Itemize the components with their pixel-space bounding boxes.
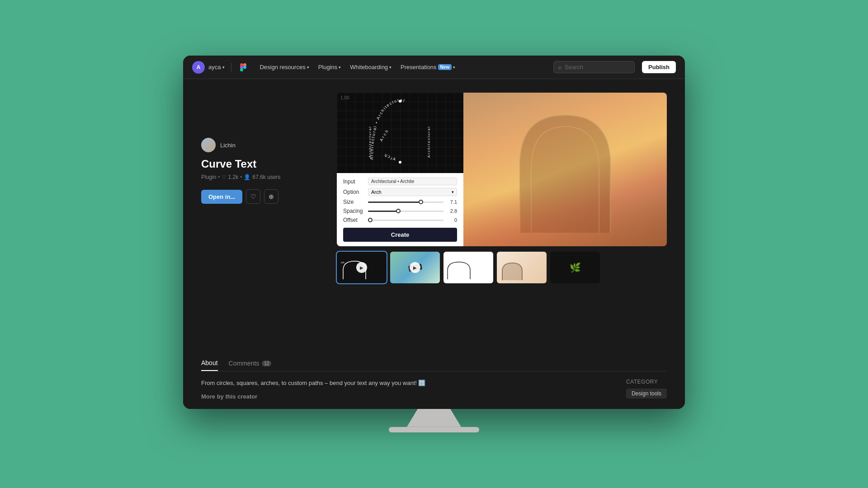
- svg-text:Architectural • Architectural: Architectural • Architectural: [369, 98, 406, 160]
- figma-icon[interactable]: [238, 62, 249, 73]
- spacing-row: Spacing 2.8: [343, 208, 457, 214]
- preview-container: 1.00 Architectural • Architectural: [337, 93, 667, 246]
- arch-photo: [463, 93, 667, 246]
- search-bar[interactable]: ⌕: [553, 61, 635, 73]
- size-slider[interactable]: [368, 202, 443, 203]
- publish-button[interactable]: Publish: [642, 61, 676, 73]
- canvas-area: 1.00 Architectural • Architectural: [337, 93, 463, 173]
- tabs: About Comments 12: [201, 359, 667, 371]
- input-value[interactable]: Architectural • Archite: [368, 178, 457, 185]
- chevron-down-icon: ▾: [339, 65, 341, 70]
- search-input[interactable]: [565, 64, 630, 70]
- user-avatar: A: [192, 61, 205, 74]
- about-description: From circles, squares, arches, to custom…: [201, 379, 599, 388]
- spacing-value: 2.8: [443, 208, 457, 214]
- thumbnail-5[interactable]: 🌿: [550, 252, 600, 283]
- spacing-slider[interactable]: [368, 211, 443, 212]
- thumbnails: AA ▶ ARC ▶: [337, 252, 667, 283]
- svg-rect-3: [240, 68, 243, 71]
- offset-label: Offset: [343, 217, 368, 223]
- nav-plugins[interactable]: Plugins ▾: [315, 62, 345, 72]
- like-button[interactable]: ♡: [246, 189, 260, 204]
- about-content-row: From circles, squares, arches, to custom…: [201, 379, 667, 400]
- option-row: Option Arch ▾: [343, 188, 457, 196]
- size-label: Size: [343, 199, 368, 205]
- users-icon: 👤: [244, 174, 250, 180]
- option-label: Option: [343, 189, 368, 195]
- svg-text:Arch: Arch: [379, 128, 390, 142]
- monitor-base: [389, 427, 479, 432]
- size-row: Size 7.1: [343, 199, 457, 205]
- svg-text:AA: AA: [341, 261, 344, 264]
- plugin-meta: Plugin • ♡ 1.2k • 👤 67.6k users: [201, 174, 319, 180]
- thumbnail-4[interactable]: [497, 252, 547, 283]
- svg-point-4: [243, 66, 246, 69]
- chevron-down-icon: ▾: [222, 65, 225, 70]
- canvas-label: 1.00: [340, 95, 349, 100]
- offset-slider[interactable]: [368, 220, 443, 221]
- plugin-controls: Input Architectural • Archite Option Arc…: [337, 173, 463, 246]
- offset-row: Offset 0: [343, 217, 457, 223]
- svg-text:Architectural: Architectural: [368, 126, 372, 158]
- user-menu[interactable]: ayca ▾: [208, 64, 225, 70]
- svg-rect-14: [445, 261, 472, 282]
- category-chip[interactable]: Design tools: [626, 389, 667, 399]
- bookmark-icon: ⊕: [269, 193, 274, 200]
- tab-about[interactable]: About: [201, 359, 218, 371]
- svg-point-7: [399, 161, 401, 164]
- nav-presentations[interactable]: Presentations New ▾: [397, 62, 459, 72]
- option-select[interactable]: Arch ▾: [368, 188, 457, 196]
- nav-menu: Design resources ▾ Plugins ▾ Whiteboardi…: [256, 62, 459, 72]
- thumbnail-2[interactable]: ARC ▶: [390, 252, 440, 283]
- spacing-label: Spacing: [343, 208, 368, 214]
- main-content: Lichin Curve Text Plugin • ♡ 1.2k • 👤 67…: [183, 79, 685, 359]
- monitor-stand: [407, 409, 461, 427]
- chevron-down-icon: ▾: [307, 65, 309, 70]
- play-button-1[interactable]: ▶: [356, 262, 367, 273]
- comments-count: 12: [262, 361, 271, 366]
- author-row: Lichin: [201, 138, 319, 152]
- right-panel: 1.00 Architectural • Architectural: [337, 93, 667, 346]
- more-by-creator: More by this creator: [201, 393, 599, 400]
- offset-value: 0: [443, 217, 457, 223]
- size-value: 7.1: [443, 199, 457, 205]
- arch-text-svg: Architectural • Architectural Architectu…: [359, 93, 441, 173]
- thumbnail-1[interactable]: AA ▶: [337, 252, 387, 283]
- heart-icon: ♡: [222, 174, 226, 180]
- avatar: [201, 138, 216, 152]
- create-button[interactable]: Create: [343, 228, 457, 242]
- svg-text:ɥɔɹA: ɥɔɹA: [384, 153, 397, 162]
- thumbnail-3[interactable]: [443, 252, 493, 283]
- bookmark-button[interactable]: ⊕: [264, 189, 278, 204]
- about-section: About Comments 12 From circles, squares,…: [183, 359, 685, 409]
- plugin-preview: 1.00 Architectural • Architectural: [337, 93, 463, 246]
- left-panel: Lichin Curve Text Plugin • ♡ 1.2k • 👤 67…: [201, 93, 319, 346]
- plugin-title: Curve Text: [201, 158, 319, 170]
- nav-divider: [231, 63, 231, 72]
- svg-point-6: [399, 100, 401, 103]
- chevron-down-icon: ▾: [453, 65, 455, 70]
- input-row: Input Architectural • Archite: [343, 178, 457, 185]
- nav-whiteboarding[interactable]: Whiteboarding ▾: [346, 62, 395, 72]
- nav-design-resources[interactable]: Design resources ▾: [256, 62, 312, 72]
- category-label: Category: [626, 379, 667, 385]
- author-name: Lichin: [220, 142, 236, 149]
- chevron-down-icon: ▾: [452, 190, 454, 194]
- svg-text:Architectural: Architectural: [427, 126, 431, 158]
- action-buttons: Open in... ♡ ⊕: [201, 189, 319, 204]
- search-icon: ⌕: [558, 64, 562, 70]
- input-label: Input: [343, 178, 368, 185]
- chevron-down-icon: ▾: [389, 65, 392, 70]
- tab-comments[interactable]: Comments 12: [229, 359, 272, 371]
- open-button[interactable]: Open in...: [201, 190, 242, 204]
- heart-icon: ♡: [250, 193, 256, 200]
- new-badge: New: [438, 64, 452, 70]
- navbar: A ayca ▾ Design resources ▾: [183, 56, 685, 79]
- play-button-2[interactable]: ▶: [410, 262, 420, 273]
